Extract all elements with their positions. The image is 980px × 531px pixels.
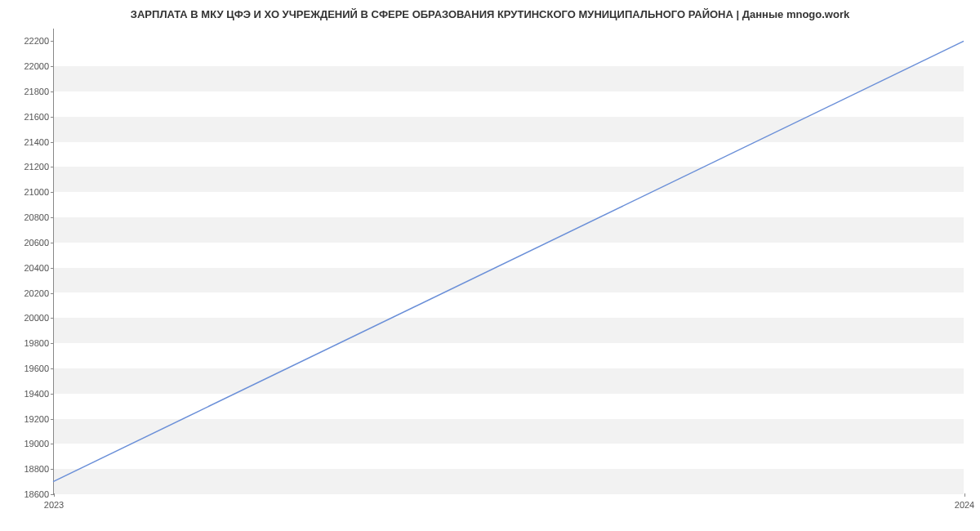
- y-tick-label: 21600: [24, 112, 49, 122]
- y-tick-label: 20400: [24, 263, 49, 273]
- chart-plot-area: 1860018800190001920019400196001980020000…: [53, 29, 964, 494]
- chart-title: ЗАРПЛАТА В МКУ ЦФЭ И ХО УЧРЕЖДЕНИЙ В СФЕ…: [0, 0, 980, 25]
- y-tick-label: 19800: [24, 338, 49, 348]
- y-tick-label: 21400: [24, 137, 49, 147]
- data-line: [53, 41, 964, 481]
- y-tick-label: 20200: [24, 288, 49, 298]
- y-tick-label: 19000: [24, 439, 49, 448]
- y-tick-label: 19200: [24, 414, 49, 424]
- y-tick-label: 21000: [24, 187, 49, 197]
- y-tick-label: 21800: [24, 87, 49, 96]
- y-tick-label: 20600: [24, 238, 49, 248]
- y-tick-label: 22200: [24, 36, 49, 46]
- y-tick-label: 19400: [24, 389, 49, 399]
- y-tick-label: 20800: [24, 212, 49, 222]
- y-tick-label: 21200: [24, 162, 49, 172]
- y-tick-label: 18800: [24, 464, 49, 474]
- x-tick-label: 2024: [955, 500, 974, 510]
- x-tick-label: 2023: [44, 500, 64, 510]
- y-tick-label: 18600: [24, 489, 49, 499]
- x-tick-mark: [964, 493, 965, 497]
- y-tick-label: 22000: [24, 61, 49, 71]
- y-tick-label: 20000: [24, 313, 49, 323]
- y-tick-label: 19600: [24, 364, 49, 373]
